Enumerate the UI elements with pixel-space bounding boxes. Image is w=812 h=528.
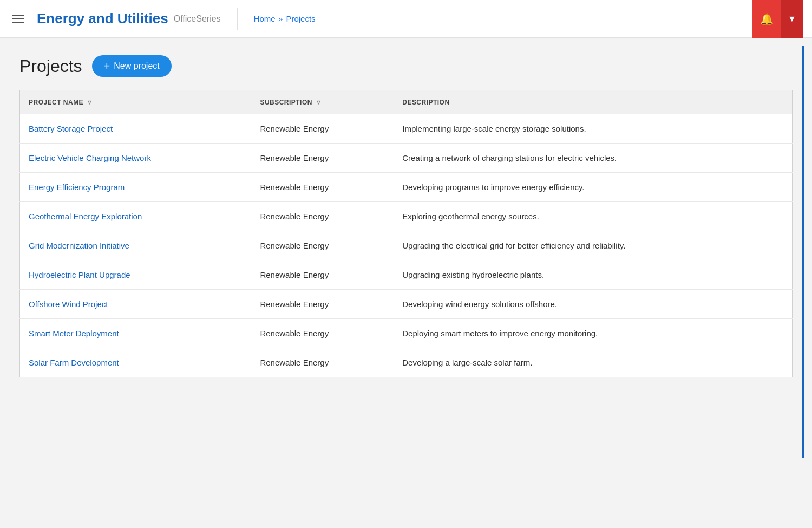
table-row: Energy Efficiency ProgramRenewable Energ… [20,173,793,202]
subscription-cell: Renewable Energy [251,260,394,290]
subscription-cell: Renewable Energy [251,144,394,173]
project-name-link[interactable]: Geothermal Energy Exploration [29,212,142,221]
header-divider [237,8,238,30]
table-row: Solar Farm DevelopmentRenewable EnergyDe… [20,348,793,377]
project-name-cell: Hydroelectric Plant Upgrade [20,260,252,290]
subscription-cell: Renewable Energy [251,348,394,377]
subscription-cell: Renewable Energy [251,173,394,202]
table-row: Battery Storage ProjectRenewable EnergyI… [20,114,793,144]
breadcrumb-chevron: » [279,15,283,23]
project-name-link[interactable]: Battery Storage Project [29,124,113,133]
description-cell: Developing a large-scale solar farm. [394,348,792,377]
description-cell: Upgrading the electrical grid for better… [394,231,792,260]
project-name-cell: Electric Vehicle Charging Network [20,144,252,173]
chevron-down-icon: ▼ [788,14,796,24]
table-row: Geothermal Energy ExplorationRenewable E… [20,202,793,231]
col-project-name: PROJECT NAME ▿ [20,90,252,114]
project-name-link[interactable]: Solar Farm Development [29,358,119,367]
header-actions: 🔔 ▼ [752,0,803,38]
description-cell: Implementing large-scale energy storage … [394,114,792,144]
new-project-label: New project [114,61,159,71]
app-subtitle: OfficeSeries [174,14,221,24]
breadcrumb-current: Projects [286,14,315,23]
subscription-cell: Renewable Energy [251,114,394,144]
main-content: Projects + New project PROJECT NAME ▿ SU… [0,38,812,395]
projects-table: PROJECT NAME ▿ SUBSCRIPTION ▿ DESCRIPTIO… [19,90,793,377]
subscription-cell: Renewable Energy [251,319,394,348]
subscription-cell: Renewable Energy [251,290,394,319]
page-title-row: Projects + New project [19,55,793,77]
project-name-cell: Grid Modernization Initiative [20,231,252,260]
breadcrumb-home[interactable]: Home [254,14,276,23]
breadcrumb: Home » Projects [254,14,316,23]
table-row: Grid Modernization InitiativeRenewable E… [20,231,793,260]
project-name-cell: Energy Efficiency Program [20,173,252,202]
project-name-link[interactable]: Energy Efficiency Program [29,182,125,192]
table-body: Battery Storage ProjectRenewable EnergyI… [20,114,793,377]
description-cell: Developing wind energy solutions offshor… [394,290,792,319]
col-subscription: SUBSCRIPTION ▿ [251,90,394,114]
description-cell: Developing programs to improve energy ef… [394,173,792,202]
table-header: PROJECT NAME ▿ SUBSCRIPTION ▿ DESCRIPTIO… [20,90,793,114]
app-title: Energy and Utilities [37,10,168,27]
project-name-link[interactable]: Offshore Wind Project [29,299,108,309]
col-description: DESCRIPTION [394,90,792,114]
description-cell: Deploying smart meters to improve energy… [394,319,792,348]
project-name-cell: Battery Storage Project [20,114,252,144]
project-name-link[interactable]: Electric Vehicle Charging Network [29,153,151,162]
project-name-cell: Offshore Wind Project [20,290,252,319]
scrollbar-accent [802,46,804,458]
project-name-link[interactable]: Grid Modernization Initiative [29,241,129,250]
description-cell: Upgrading existing hydroelectric plants. [394,260,792,290]
subscription-filter-icon[interactable]: ▿ [317,98,320,106]
description-cell: Creating a network of charging stations … [394,144,792,173]
subscription-cell: Renewable Energy [251,202,394,231]
notifications-button[interactable]: 🔔 [752,0,781,38]
new-project-button[interactable]: + New project [92,55,172,77]
project-name-cell: Solar Farm Development [20,348,252,377]
app-header: Energy and Utilities OfficeSeries Home »… [0,0,812,38]
subscription-cell: Renewable Energy [251,231,394,260]
hamburger-menu-icon[interactable] [9,11,27,27]
table-row: Electric Vehicle Charging NetworkRenewab… [20,144,793,173]
description-cell: Exploring geothermal energy sources. [394,202,792,231]
user-menu-button[interactable]: ▼ [781,0,803,38]
project-name-cell: Geothermal Energy Exploration [20,202,252,231]
project-name-link[interactable]: Smart Meter Deployment [29,329,119,338]
table-row: Offshore Wind ProjectRenewable EnergyDev… [20,290,793,319]
bell-icon: 🔔 [760,12,774,25]
page-title: Projects [19,56,82,76]
plus-icon: + [104,61,110,71]
project-name-filter-icon[interactable]: ▿ [88,98,91,106]
table-row: Smart Meter DeploymentRenewable EnergyDe… [20,319,793,348]
project-name-link[interactable]: Hydroelectric Plant Upgrade [29,270,130,279]
project-name-cell: Smart Meter Deployment [20,319,252,348]
table-row: Hydroelectric Plant UpgradeRenewable Ene… [20,260,793,290]
